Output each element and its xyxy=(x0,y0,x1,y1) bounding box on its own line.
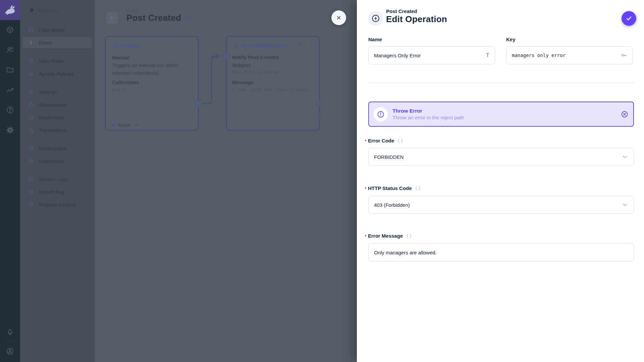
edit-operation-drawer: Post Created Edit Operation Name Key T T… xyxy=(357,0,644,362)
chevron-down-icon xyxy=(622,154,628,160)
deselect-operation-icon[interactable] xyxy=(621,110,629,118)
section-divider xyxy=(368,82,634,83)
error-code-label: Error Code xyxy=(368,138,394,143)
name-label-row: Name xyxy=(368,37,382,42)
name-input[interactable] xyxy=(374,53,486,58)
error-message-input-wrapper xyxy=(368,243,634,261)
required-dot xyxy=(365,235,366,236)
http-status-select[interactable]: 403 (Forbidden) xyxy=(368,196,634,214)
exclamation-circle-icon xyxy=(377,110,385,118)
name-label: Name xyxy=(368,37,382,42)
raw-value-icon[interactable]: {} xyxy=(406,233,413,238)
error-message-label-row: Error Message {} xyxy=(365,233,413,238)
key-input-wrapper xyxy=(506,46,633,64)
raw-value-icon[interactable]: {} xyxy=(415,186,422,191)
save-button[interactable] xyxy=(622,11,636,26)
key-label-row: Key xyxy=(506,37,516,42)
drawer-breadcrumb: Post Created xyxy=(386,8,417,14)
error-code-value: FORBIDDEN xyxy=(374,154,404,160)
key-label: Key xyxy=(506,37,516,42)
required-dot xyxy=(365,187,366,189)
chevron-down-icon xyxy=(622,201,628,208)
required-dot xyxy=(365,140,366,141)
operation-type-banner[interactable]: Throw Error Throw an error in the reject… xyxy=(368,102,634,127)
operation-bolt-circle-icon xyxy=(371,14,380,23)
http-status-label: HTTP Status Code xyxy=(368,185,412,191)
operation-type-title: Throw Error xyxy=(392,108,621,114)
error-code-label-row: Error Code {} xyxy=(365,138,404,143)
operation-type-subtitle: Throw an error in the reject path xyxy=(392,114,621,121)
http-status-label-row: HTTP Status Code {} xyxy=(365,185,421,191)
error-info-icon-circle xyxy=(374,107,388,121)
drawer-title: Edit Operation xyxy=(386,14,447,24)
error-code-select[interactable]: FORBIDDEN xyxy=(368,148,634,166)
raw-value-icon[interactable]: {} xyxy=(397,138,404,143)
key-icon xyxy=(621,52,627,59)
drawer-overlay[interactable] xyxy=(0,0,357,362)
title-formatter-icon[interactable]: T xyxy=(486,52,489,59)
check-icon xyxy=(625,15,633,22)
error-message-label: Error Message xyxy=(368,233,403,239)
close-icon xyxy=(335,14,342,21)
close-drawer-button[interactable] xyxy=(331,10,346,25)
name-input-wrapper: T xyxy=(368,46,495,64)
key-input[interactable] xyxy=(512,53,621,58)
error-message-input[interactable] xyxy=(374,250,628,255)
http-status-value: 403 (Forbidden) xyxy=(374,202,410,208)
operation-type-icon-circle xyxy=(368,11,383,26)
